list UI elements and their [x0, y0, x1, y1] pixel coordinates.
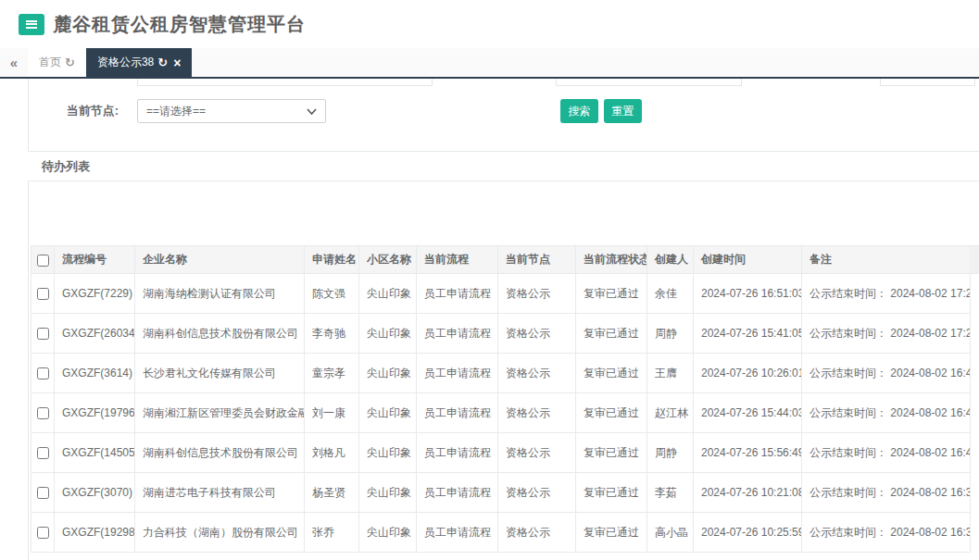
pending-list-table: 流程编号企业名称申请姓名小区名称当前流程当前节点当前流程状态创建人创建时间备注 …: [31, 245, 971, 553]
row-checkbox[interactable]: [37, 367, 49, 380]
close-icon[interactable]: ×: [173, 56, 181, 69]
table-cell: 公示结束时间： 2024-08-02 17:27:22: [802, 274, 971, 314]
table-cell: GXGZF(14505): [55, 433, 135, 473]
row-checkbox[interactable]: [37, 328, 49, 340]
search-button[interactable]: 搜索: [560, 99, 598, 123]
menu-toggle-button[interactable]: [19, 14, 44, 35]
table-cell: 员工申请流程: [417, 433, 498, 473]
table-cell: 尖山印象: [359, 393, 417, 433]
table-cell: 复审已通过: [576, 314, 647, 354]
table-cell: 杨圣贤: [305, 473, 359, 513]
pending-list-table-area: 流程编号企业名称申请姓名小区名称当前流程当前节点当前流程状态创建人创建时间备注 …: [31, 245, 971, 553]
row-checkbox-cell: [31, 473, 55, 513]
row-checkbox[interactable]: [37, 288, 49, 300]
table-cell: 员工申请流程: [417, 314, 498, 354]
table-cell: 资格公示: [498, 433, 576, 473]
column-header: 企业名称: [135, 246, 305, 274]
table-cell: 湖南科创信息技术股份有限公司: [135, 314, 305, 354]
table-cell: GXGZF(7229): [55, 274, 135, 314]
row-checkbox[interactable]: [37, 487, 49, 499]
table-cell: 资格公示: [498, 513, 576, 553]
table-cell: 童宗孝: [305, 354, 359, 393]
tab-bar: « 首页 ↻ 资格公示38 ↻ ×: [0, 48, 979, 79]
table-cell: 员工申请流程: [417, 473, 498, 513]
table-cell: 湖南进芯电子科技有限公司: [135, 473, 305, 513]
column-header: 备注: [802, 246, 971, 274]
table-cell: 尖山印象: [359, 473, 417, 513]
table-cell: 资格公示: [498, 354, 576, 393]
table-cell: 李茹: [647, 473, 694, 513]
row-checkbox-cell: [31, 274, 55, 314]
table-cell: 2024-07-26 10:26:01: [694, 354, 802, 393]
table-cell: 资格公示: [498, 393, 576, 433]
pending-list-title: 待办列表: [28, 151, 979, 181]
table-cell: 赵江林: [647, 393, 694, 433]
table-row: GXGZF(3614)长沙君礼文化传媒有限公司童宗孝尖山印象员工申请流程资格公示…: [31, 354, 971, 393]
row-checkbox[interactable]: [37, 527, 49, 539]
table-scrollbar-corner: [970, 245, 979, 274]
collapse-tabs-button[interactable]: «: [0, 48, 28, 77]
refresh-icon[interactable]: ↻: [65, 56, 75, 68]
table-cell: 资格公示: [498, 473, 576, 513]
table-cell: 复审已通过: [576, 433, 647, 473]
row-checkbox[interactable]: [37, 407, 49, 419]
tab-qualification-publicity[interactable]: 资格公示38 ↻ ×: [86, 48, 192, 77]
row-checkbox-cell: [31, 314, 55, 354]
table-cell: 2024-07-26 15:41:05: [694, 314, 802, 354]
table-cell: 尖山印象: [359, 433, 417, 473]
current-node-select[interactable]: ==请选择==: [137, 99, 326, 123]
select-all-header-cell: [31, 246, 55, 274]
table-cell: 员工申请流程: [417, 354, 498, 393]
table-cell: 公示结束时间： 2024-08-02 16:46:59: [802, 433, 971, 473]
table-cell: 2024-07-26 15:56:49: [694, 433, 802, 473]
current-node-label: 当前节点:: [29, 99, 119, 123]
current-node-selected-value: ==请选择==: [146, 104, 206, 119]
hamburger-icon: [26, 20, 37, 29]
tab-home-label: 首页: [39, 55, 61, 70]
app-header: 麓谷租赁公租房智慧管理平台: [0, 0, 979, 48]
column-header: 当前流程: [417, 246, 498, 274]
table-cell: 力合科技（湖南）股份有限公司: [135, 513, 305, 553]
table-cell: 刘格凡: [305, 433, 359, 473]
table-cell: 王膺: [647, 354, 694, 393]
column-header: 创建时间: [694, 246, 802, 274]
row-checkbox[interactable]: [37, 447, 49, 459]
table-row: GXGZF(14505)湖南科创信息技术股份有限公司刘格凡尖山印象员工申请流程资…: [31, 433, 971, 473]
filter-input-partial[interactable]: [880, 79, 975, 86]
table-cell: 资格公示: [498, 314, 576, 354]
table-header-row: 流程编号企业名称申请姓名小区名称当前流程当前节点当前流程状态创建人创建时间备注: [31, 246, 971, 274]
table-cell: GXGZF(3614): [55, 354, 135, 393]
filter-input-partial[interactable]: [137, 79, 433, 86]
chevron-down-icon: [307, 108, 317, 115]
filter-input-partial[interactable]: [556, 79, 742, 86]
table-cell: 复审已通过: [576, 513, 647, 553]
table-cell: 2024-07-26 15:44:03: [694, 393, 802, 433]
table-cell: 公示结束时间： 2024-08-02 16:47:14: [802, 393, 971, 433]
refresh-icon[interactable]: ↻: [157, 56, 168, 68]
table-cell: 余佳: [647, 274, 694, 314]
filter-row: 当前节点: ==请选择== 搜索 重置: [29, 99, 979, 123]
column-header: 小区名称: [359, 246, 417, 274]
table-cell: GXGZF(19298): [55, 513, 135, 553]
table-cell: 尖山印象: [359, 513, 417, 553]
table-cell: 公示结束时间： 2024-08-02 16:47:30: [802, 354, 971, 393]
row-checkbox-cell: [31, 354, 55, 393]
row-checkbox-cell: [31, 433, 55, 473]
table-cell: 高小晶: [647, 513, 694, 553]
table-cell: 尖山印象: [359, 314, 417, 354]
double-left-arrow-icon: «: [10, 55, 18, 70]
table-row: GXGZF(19796)湖南湘江新区管理委员会财政金融局刘一康尖山印象员工申请流…: [31, 393, 971, 433]
tab-home[interactable]: 首页 ↻: [28, 48, 86, 77]
table-cell: 陈文强: [305, 274, 359, 314]
table-cell: 尖山印象: [359, 354, 417, 393]
table-cell: 湖南湘江新区管理委员会财政金融局: [135, 393, 305, 433]
main-panel: 当前节点: ==请选择== 搜索 重置 待办列表: [28, 79, 979, 560]
table-cell: 2024-07-26 16:51:03: [694, 274, 802, 314]
table-cell: 周静: [647, 433, 694, 473]
select-all-checkbox[interactable]: [37, 255, 49, 267]
reset-button[interactable]: 重置: [604, 99, 642, 123]
table-cell: 湖南海纳检测认证有限公司: [135, 274, 305, 314]
table-cell: 刘一康: [305, 393, 359, 433]
table-cell: 复审已通过: [576, 393, 647, 433]
table-cell: 资格公示: [498, 274, 576, 314]
